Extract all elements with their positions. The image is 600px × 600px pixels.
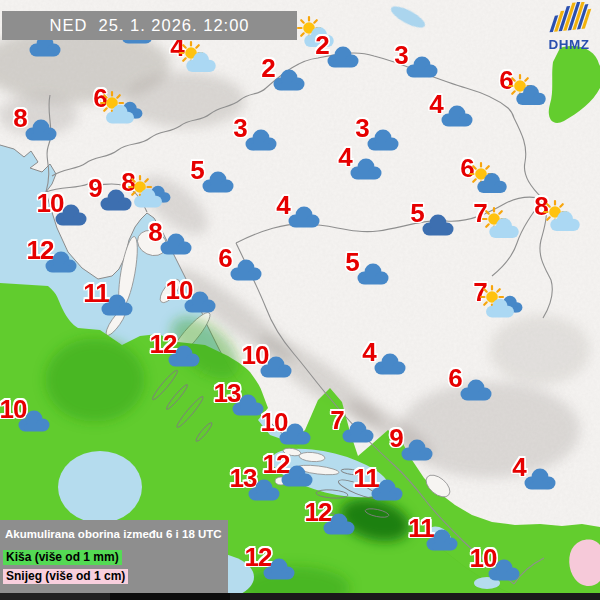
- dhmz-logo-icon: [541, 2, 597, 35]
- dhmz-logo-text: DHMZ: [541, 37, 597, 52]
- date-label: NED 25. 1. 2026. 12:00: [49, 16, 249, 35]
- legend-rain-label: Kiša (više od 1 mm): [3, 550, 122, 565]
- precipitation-legend: Akumulirana oborina između 6 i 18 UTC Ki…: [0, 520, 228, 593]
- bottom-black-bar: [0, 593, 600, 600]
- weather-map-screen: 4 2 3 6 2 6 8 3 3 4 4 6 5 9: [0, 0, 600, 600]
- dhmz-logo: DHMZ: [541, 2, 597, 48]
- legend-title: Akumulirana oborina između 6 i 18 UTC: [5, 528, 228, 540]
- croatia-precipitation-map: [0, 0, 600, 600]
- header-date-bar: NED 25. 1. 2026. 12:00: [2, 11, 297, 40]
- legend-snow-label: Snijeg (više od 1 cm): [3, 569, 128, 584]
